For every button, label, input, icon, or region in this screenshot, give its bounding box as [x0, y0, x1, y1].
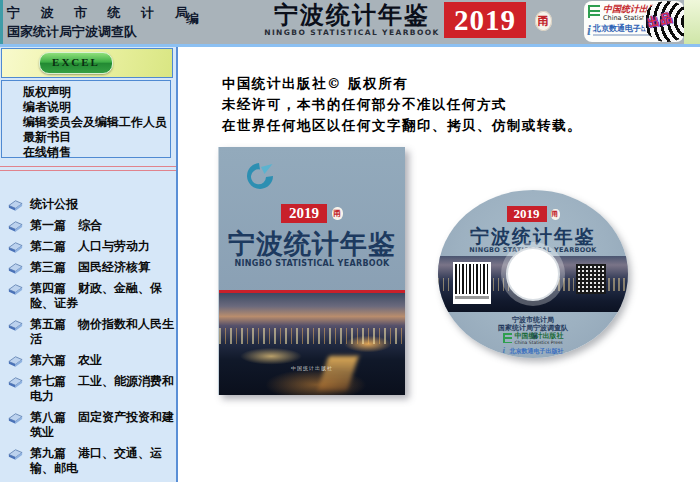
copyright-line1: 中国统计出版社© 版权所有 — [222, 73, 582, 94]
barcode — [453, 262, 491, 304]
chapter-item-1[interactable]: 第一篇 综合 — [7, 218, 176, 233]
chapter-label: 第一篇 综合 — [30, 218, 102, 233]
barcode-number-line — [455, 296, 489, 299]
cd-disc-image: 2019 甬 宁波统计年鉴 NINGBO STATISTICAL YEARBOO… — [438, 190, 628, 358]
copyright-notice: 中国统计出版社© 版权所有 未经许可，本书的任何部分不准以任何方式 在世界任何地… — [222, 73, 582, 136]
header-title-block: 宁波统计年鉴 NINGBO STATISTICAL YEARBOOK — [264, 2, 440, 37]
header-right-strip — [684, 0, 700, 44]
chapter-item-4[interactable]: 第四篇 财政、金融、保险、证券 — [7, 281, 176, 311]
book-title: 宁波统计年鉴 — [219, 226, 405, 262]
barcode-bars — [455, 264, 489, 294]
book-icon — [7, 198, 24, 212]
main-content: 中国统计出版社© 版权所有 未经许可，本书的任何部分不准以任何方式 在世界任何地… — [180, 47, 700, 482]
sidebar-link-online-sales[interactable]: 在线销售 — [23, 145, 170, 160]
header-bar: 宁 波 市 统 计 局 国家统计局宁波调查队 编 宁波统计年鉴 NINGBO S… — [0, 0, 700, 47]
cd-press1-logo: 中国统计出版社 China Statistics Press — [438, 333, 628, 346]
chapter-item-9[interactable]: 第九篇 港口、交通、运输、邮电 — [7, 446, 176, 476]
river-light-trail — [318, 356, 359, 391]
sidebar-link-new-books[interactable]: 最新书目 — [23, 130, 170, 145]
sidebar-link-editor-notes[interactable]: 编者说明 — [23, 100, 170, 115]
chapter-label: 第七篇 工业、能源消费和电力 — [30, 374, 176, 404]
agency-line2: 国家统计局宁波调查队 — [7, 22, 196, 41]
yearbook-title-en: NINGBO STATISTICAL YEARBOOK — [264, 28, 440, 37]
cd-agency-line1: 宁波市统计局 — [438, 316, 628, 324]
book-icon — [7, 318, 24, 332]
chapter-item-6[interactable]: 第六篇 农业 — [7, 353, 176, 368]
swirl-logo-icon — [244, 160, 276, 192]
chapter-item-3[interactable]: 第三篇 国民经济核算 — [7, 260, 176, 275]
publisher-logo-box: 中国统计出版社 China Statistics Press i 北京数通电子出… — [584, 1, 684, 42]
info-press-icon: i — [587, 24, 591, 38]
copyright-line2: 未经许可，本书的任何部分不准以任何方式 — [222, 94, 582, 115]
chapter-item-bulletin[interactable]: 统计公报 — [7, 197, 176, 212]
excel-button[interactable]: EXCEL — [39, 52, 113, 74]
chapter-item-2[interactable]: 第二篇 人口与劳动力 — [7, 239, 176, 254]
book-year-row: 2019 甬 — [219, 204, 405, 223]
sidebar-links-box: 版权声明 编者说明 编辑委员会及编辑工作人员 最新书目 在线销售 — [1, 80, 171, 158]
chapter-label: 第五篇 物价指数和人民生活 — [30, 317, 176, 347]
sidebar-separator — [0, 166, 176, 171]
yong-seal-icon: 甬 — [535, 11, 552, 31]
cd-year-badge: 2019 — [507, 206, 547, 222]
book-icon — [7, 447, 24, 461]
cd-yong-seal-icon: 甬 — [551, 209, 560, 220]
book-title-en: NINGBO STATISTICAL YEARBOOK — [219, 259, 405, 268]
book-icon — [7, 375, 24, 389]
cd-center-hole — [506, 247, 560, 301]
book-year-badge: 2019 — [281, 204, 327, 223]
chapter-label: 第六篇 农业 — [30, 353, 102, 368]
copyright-line3: 在世界任何地区以任何文字翻印、拷贝、仿制或转载。 — [222, 115, 582, 136]
chapter-label: 第三篇 国民经济核算 — [30, 260, 150, 275]
cd-press2-logo: i 北京数通电子出版社 — [438, 346, 628, 356]
book-icon — [7, 411, 24, 425]
chapter-label: 统计公报 — [30, 197, 78, 212]
cd-press2-cn: 北京数通电子出版社 — [509, 347, 563, 354]
year-badge: 2019 — [444, 2, 526, 38]
sidebar-link-copyright[interactable]: 版权声明 — [23, 85, 170, 100]
info-press-icon: i — [503, 345, 508, 355]
chapter-item-7[interactable]: 第七篇 工业、能源消费和电力 — [7, 374, 176, 404]
excel-panel: EXCEL — [1, 48, 173, 78]
cd-press1-cn: 中国统计出版社 — [515, 333, 564, 340]
sidebar: EXCEL 版权声明 编者说明 编辑委员会及编辑工作人员 最新书目 在线销售 统… — [0, 47, 178, 482]
chapter-item-5[interactable]: 第五篇 物价指数和人民生活 — [7, 317, 176, 347]
skyline-lights — [219, 328, 405, 344]
cd-agency-line2: 国家统计局宁波调查队 — [438, 324, 628, 332]
chapter-list: 统计公报 第一篇 综合 第二篇 人口与劳动力 第三篇 国民经济核算 第四篇 财政… — [0, 197, 176, 482]
cd-year-row: 2019 甬 — [438, 206, 628, 222]
book-city-night-photo: 中国统计出版社 — [219, 293, 405, 395]
statistics-press-icon — [588, 5, 600, 18]
yearbook-title: 宁波统计年鉴 — [264, 2, 440, 28]
book-icon — [7, 261, 24, 275]
chapter-label: 第二篇 人口与劳动力 — [30, 239, 150, 254]
agency-line1: 宁 波 市 统 计 局 — [7, 3, 196, 22]
book-press-mark: 中国统计出版社 — [219, 365, 405, 371]
header-left-accent — [0, 0, 3, 44]
book-icon — [7, 240, 24, 254]
book-cover-image: 2019 甬 宁波统计年鉴 NINGBO STATISTICAL YEARBOO… — [218, 147, 405, 395]
chapter-label: 第八篇 固定资产投资和建筑业 — [30, 410, 176, 440]
yearbook-app-window: 宁 波 市 统 计 局 国家统计局宁波调查队 编 宁波统计年鉴 NINGBO S… — [0, 0, 700, 482]
chapter-label: 第四篇 财政、金融、保险、证券 — [30, 281, 176, 311]
book-yong-seal-icon: 甬 — [332, 207, 343, 220]
chapter-item-8[interactable]: 第八篇 固定资产投资和建筑业 — [7, 410, 176, 440]
editor-label: 编 — [186, 10, 199, 28]
book-icon — [7, 219, 24, 233]
chapter-label: 第九篇 港口、交通、运输、邮电 — [30, 446, 176, 476]
agency-names: 宁 波 市 统 计 局 国家统计局宁波调查队 — [7, 3, 196, 41]
qr-code — [576, 264, 606, 294]
book-icon — [7, 354, 24, 368]
sidebar-link-editorial-board[interactable]: 编辑委员会及编辑工作人员 — [23, 115, 170, 130]
book-icon — [7, 282, 24, 296]
statistics-press-icon — [503, 333, 512, 343]
